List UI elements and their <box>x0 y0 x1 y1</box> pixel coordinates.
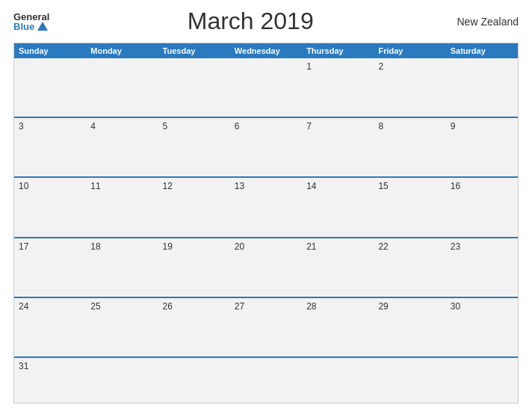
cell-w6-mon <box>86 358 158 403</box>
cell-w6-sat <box>446 358 518 403</box>
week-2: 3 4 5 6 7 8 9 <box>14 117 518 176</box>
cell-w4-tue: 19 <box>158 238 230 297</box>
cell-w4-sat: 23 <box>446 238 518 297</box>
header-thursday: Thursday <box>302 43 374 58</box>
header: General Blue March 2019 New Zealand <box>13 7 519 38</box>
calendar-grid: Sunday Monday Tuesday Wednesday Thursday… <box>13 43 519 404</box>
cell-w6-thu <box>302 358 374 403</box>
cell-w4-fri: 22 <box>374 238 445 297</box>
cell-w1-sat <box>446 58 518 117</box>
week-1: 1 2 <box>14 58 518 117</box>
logo-general-text: General <box>13 12 49 22</box>
cell-w4-thu: 21 <box>302 238 374 297</box>
cell-w2-mon: 4 <box>86 118 158 176</box>
cell-w3-fri: 15 <box>374 178 445 236</box>
cell-w6-fri <box>374 358 445 403</box>
week-5: 24 25 26 27 28 29 30 <box>14 297 518 356</box>
logo: General Blue <box>13 12 49 31</box>
calendar-header: Sunday Monday Tuesday Wednesday Thursday… <box>14 43 518 58</box>
cell-w3-sat: 16 <box>446 178 518 236</box>
cell-w3-tue: 12 <box>158 178 230 236</box>
logo-blue-text: Blue <box>13 22 34 31</box>
cell-w1-mon <box>86 58 158 117</box>
cell-w1-fri: 2 <box>374 58 445 117</box>
logo-blue-container: Blue <box>13 22 48 31</box>
cell-w3-wed: 13 <box>230 178 302 236</box>
logo-triangle-icon <box>37 22 48 31</box>
cell-w5-wed: 27 <box>230 298 302 356</box>
cell-w2-thu: 7 <box>302 118 374 176</box>
cell-w2-wed: 6 <box>230 118 302 176</box>
cell-w2-tue: 5 <box>158 118 230 176</box>
calendar-title: March 2019 <box>49 7 451 35</box>
header-monday: Monday <box>86 43 158 58</box>
cell-w1-thu: 1 <box>302 58 374 117</box>
week-6: 31 <box>14 356 518 403</box>
week-3: 10 11 12 13 14 15 16 <box>14 176 518 236</box>
cell-w2-sun: 3 <box>14 118 86 176</box>
cell-w5-fri: 29 <box>374 298 445 356</box>
cell-w4-wed: 20 <box>230 238 302 297</box>
cell-w1-tue <box>158 58 230 117</box>
cell-w1-sun <box>14 58 86 117</box>
header-sunday: Sunday <box>14 43 86 58</box>
cell-w2-fri: 8 <box>374 118 445 176</box>
cell-w1-wed <box>230 58 302 117</box>
header-tuesday: Tuesday <box>158 43 230 58</box>
cell-w5-sat: 30 <box>446 298 518 356</box>
country-label: New Zealand <box>451 16 519 28</box>
week-4: 17 18 19 20 21 22 23 <box>14 237 518 297</box>
cell-w5-tue: 26 <box>158 298 230 356</box>
cell-w6-sun: 31 <box>14 358 86 403</box>
header-saturday: Saturday <box>446 43 518 58</box>
header-friday: Friday <box>374 43 445 58</box>
cell-w6-wed <box>230 358 302 403</box>
cell-w3-thu: 14 <box>302 178 374 236</box>
calendar-page: General Blue March 2019 New Zealand Sund… <box>0 0 532 411</box>
cell-w5-mon: 25 <box>86 298 158 356</box>
cell-w2-sat: 9 <box>446 118 518 176</box>
cell-w6-tue <box>158 358 230 403</box>
cell-w4-mon: 18 <box>86 238 158 297</box>
cell-w5-sun: 24 <box>14 298 86 356</box>
header-wednesday: Wednesday <box>230 43 302 58</box>
cell-w3-mon: 11 <box>86 178 158 236</box>
cell-w3-sun: 10 <box>14 178 86 236</box>
cell-w4-sun: 17 <box>14 238 86 297</box>
cell-w5-thu: 28 <box>302 298 374 356</box>
calendar-body: 1 2 3 4 5 6 7 8 9 10 11 12 13 14 15 <box>14 58 518 403</box>
